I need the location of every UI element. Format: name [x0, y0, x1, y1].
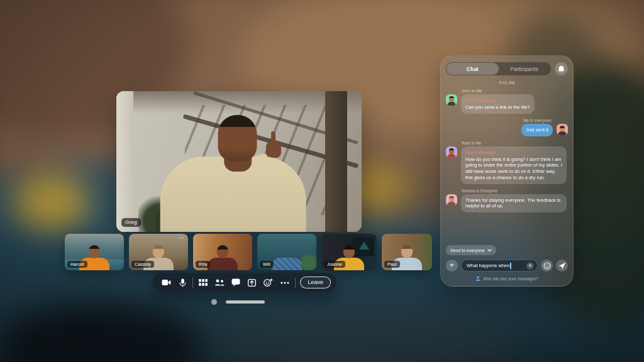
- share-screen-button[interactable]: [244, 275, 260, 291]
- figure-body: [272, 258, 302, 270]
- figure-head: [343, 245, 355, 258]
- video-call-screen: Greg Harold ⋯ Cassidy Rita Will Joanne: [0, 0, 644, 362]
- speaker-figure: [116, 91, 362, 232]
- message-input[interactable]: What happens when ✕: [461, 260, 538, 272]
- message-sender-label: Raul to Me: [462, 141, 568, 145]
- plus-icon: +: [450, 261, 454, 269]
- chat-panel: Chat Participants 9:41 AM John to Me Dir…: [440, 55, 574, 287]
- figure-finger: [271, 131, 275, 144]
- avatar-head: [449, 96, 454, 102]
- window-controls: [211, 299, 265, 305]
- video-camera-icon: [162, 279, 171, 286]
- window-close-button[interactable]: [211, 299, 217, 305]
- reactions-button[interactable]: [260, 275, 277, 291]
- speaker-name-badge: Greg: [121, 218, 141, 227]
- smiley-icon: [543, 262, 551, 270]
- reactions-smiley-plus-icon: [264, 278, 273, 287]
- chat-button[interactable]: [228, 275, 244, 291]
- chevron-down-icon: [487, 249, 492, 252]
- participant-figure: [268, 245, 306, 270]
- message-bubble[interactable]: Thanks for staying everyone. The feedbac…: [461, 194, 567, 213]
- notifications-button[interactable]: [555, 62, 568, 75]
- figure-head: [218, 115, 257, 162]
- leave-button[interactable]: Leave: [300, 277, 331, 288]
- participant-tile-joanne[interactable]: Joanne: [321, 234, 377, 270]
- avatar-body: [558, 131, 567, 135]
- participants-icon: [214, 279, 225, 286]
- call-control-bar: Leave: [152, 273, 336, 292]
- camera-button[interactable]: [158, 275, 174, 291]
- send-button[interactable]: [556, 260, 568, 272]
- message-sender-label: Sandra to Everyone: [462, 189, 568, 193]
- avatar-body: [448, 202, 456, 206]
- participant-filmstrip: Harold ⋯ Cassidy Rita Will Joanne Paul: [65, 234, 432, 270]
- tile-more-icon[interactable]: ⋯: [178, 235, 185, 241]
- message-group: Raul to Me Direct Message How do you thi…: [446, 141, 568, 189]
- divider: [192, 278, 193, 288]
- send-to-dropdown[interactable]: Send to everyone: [446, 245, 496, 255]
- window-drag-bar[interactable]: [226, 300, 265, 304]
- participant-tile-will[interactable]: Will: [257, 234, 316, 270]
- microphone-button[interactable]: [174, 275, 191, 291]
- privacy-note: Who can see your messages?: [446, 276, 568, 281]
- divider: [295, 278, 296, 288]
- participant-name-badge: Rita: [196, 261, 210, 268]
- direct-message-tag: Direct Message: [465, 150, 562, 155]
- message-input-value: What happens when: [467, 263, 509, 268]
- avatar-head: [449, 148, 454, 154]
- participant-name-badge: Joanne: [324, 261, 345, 268]
- more-ellipsis-icon: [280, 282, 289, 284]
- participant-name-badge: Paul: [384, 261, 400, 268]
- participant-tile-rita[interactable]: Rita: [193, 234, 252, 270]
- tab-switcher: Chat Participants: [446, 62, 551, 75]
- avatar: [446, 94, 457, 106]
- message-group: John to Me Direct Message Can you send a…: [446, 89, 568, 118]
- figure-head: [153, 245, 164, 258]
- chat-bubble-icon: [231, 278, 240, 287]
- avatar-head: [449, 196, 454, 202]
- message-group: Me to everyone Just sent it: [446, 118, 568, 141]
- tab-participants[interactable]: Participants: [499, 63, 551, 75]
- tab-chat[interactable]: Chat: [447, 63, 499, 75]
- message-bubble[interactable]: Direct Message How do you think it is go…: [461, 146, 567, 184]
- emoji-button[interactable]: [541, 260, 553, 272]
- avatar-body: [448, 102, 456, 106]
- figure-head: [281, 245, 292, 258]
- participant-tile-cassidy[interactable]: ⋯ Cassidy: [129, 234, 188, 270]
- avatar-head: [560, 126, 565, 131]
- more-button[interactable]: [277, 275, 293, 291]
- message-bubble[interactable]: Just sent it: [521, 124, 553, 136]
- microphone-icon: [179, 278, 186, 287]
- clear-input-button[interactable]: ✕: [526, 262, 534, 270]
- avatar-body: [448, 154, 456, 158]
- chat-timestamp: 9:41 AM: [446, 80, 568, 85]
- text-cursor: [510, 263, 511, 269]
- participants-button[interactable]: [211, 275, 228, 291]
- message-text: Thanks for staying everyone. The feedbac…: [465, 197, 562, 210]
- message-sender-label: John to Me: [462, 89, 568, 93]
- direct-message-tag: Direct Message: [465, 97, 530, 103]
- avatar: [446, 146, 457, 158]
- attach-button[interactable]: +: [446, 260, 458, 272]
- participant-tile-harold[interactable]: Harold: [65, 234, 124, 270]
- message-row: Just sent it: [446, 124, 568, 136]
- participant-name-badge: Harold: [67, 261, 87, 268]
- figure-body: [208, 258, 238, 270]
- message-bubble[interactable]: Direct Message Can you send a link to th…: [461, 94, 535, 114]
- paper-plane-icon: [558, 262, 566, 270]
- person-icon: [475, 276, 480, 281]
- layout-grid-icon: [199, 279, 208, 286]
- figure-head: [89, 245, 100, 258]
- message-row: Thanks for staying everyone. The feedbac…: [446, 194, 568, 213]
- message-list: John to Me Direct Message Can you send a…: [446, 89, 568, 217]
- figure-head: [401, 245, 413, 258]
- main-video-tile[interactable]: Greg: [116, 91, 362, 232]
- message-text: How do you think it is going? I don't th…: [465, 156, 562, 181]
- layout-button[interactable]: [195, 275, 211, 291]
- message-text: Can you send a link to the file?: [465, 104, 530, 111]
- participant-name-badge: Cassidy: [131, 261, 154, 268]
- privacy-note-text: Who can see your messages?: [483, 277, 538, 281]
- participant-tile-paul[interactable]: Paul: [382, 234, 432, 270]
- avatar: [446, 194, 457, 206]
- message-composer: Send to everyone + What happens when ✕: [446, 243, 568, 282]
